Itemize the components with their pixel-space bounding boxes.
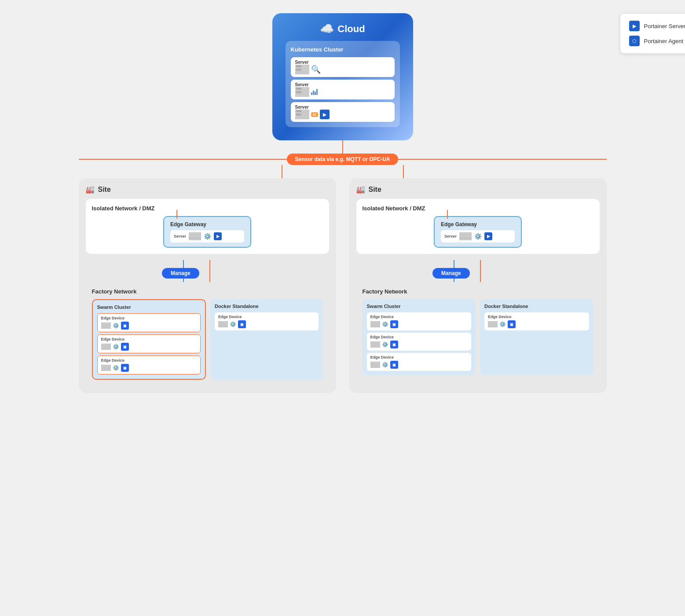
- factory-clusters-row-2: Swarm Cluster Edge Device ⚙️ ▣: [363, 299, 593, 375]
- device-chip-2-3: ▣: [390, 361, 398, 369]
- svg-rect-13: [296, 114, 301, 116]
- portainer-server-legend-icon: ▶: [629, 21, 640, 31]
- device-icons-docker-1: ⚙️ ▣: [218, 320, 315, 328]
- edge-gateway-2: Edge Gateway Server ⚙️ ▶: [434, 216, 522, 248]
- device-gear-2-3: ⚙️: [382, 362, 388, 368]
- svg-rect-17: [189, 238, 201, 240]
- docker-title-1: Docker Standalone: [215, 304, 319, 309]
- svg-rect-8: [296, 92, 301, 93]
- svg-rect-3: [296, 69, 301, 71]
- svg-rect-18: [101, 323, 111, 325]
- device-gear-2-2: ⚙️: [382, 341, 388, 348]
- gw-portainer-icon-1: ▶: [214, 232, 222, 240]
- edge-device-1-2: Edge Device ⚙️ ▣: [97, 334, 201, 353]
- rack-icon-3: [295, 110, 309, 119]
- svg-rect-4: [295, 72, 309, 74]
- svg-rect-42: [488, 321, 498, 323]
- device-icons-1-3: ⚙️ ▣: [101, 364, 197, 372]
- device-icons-2-1: ⚙️ ▣: [370, 320, 468, 328]
- isolated-box-1: Isolated Network / DMZ Edge Gateway Serv…: [86, 199, 329, 254]
- factory-box-2: Factory Network Swarm Cluster Edge Devic…: [356, 282, 600, 381]
- device-chip-1-1: ▣: [121, 322, 129, 330]
- server-icons-2: [295, 87, 390, 97]
- svg-rect-16: [189, 235, 201, 238]
- sensor-badge: Sensor data via e.g. MQTT or OPC-UA: [287, 154, 398, 165]
- docker-gear-1: ⚙️: [230, 321, 236, 327]
- edge-gateway-title-1: Edge Gateway: [170, 221, 244, 227]
- factory-box-1: Factory Network Swarm Cluster Edge Devic…: [86, 282, 329, 386]
- docker-chip-1: ▣: [238, 320, 246, 328]
- svg-rect-6: [296, 88, 301, 90]
- site-2-title: 🏭 Site: [356, 185, 600, 194]
- isolated-title-1: Isolated Network / DMZ: [92, 205, 323, 212]
- svg-rect-30: [459, 232, 472, 235]
- edge-device-2-1: Edge Device ⚙️ ▣: [367, 312, 472, 330]
- device-rack-2-3: [370, 362, 380, 368]
- docker-gear-2: ⚙️: [499, 321, 506, 327]
- manage-btn-2[interactable]: Manage: [432, 268, 470, 279]
- edge-device-1-1: Edge Device ⚙️ ▣: [97, 313, 201, 332]
- svg-rect-39: [370, 362, 380, 364]
- factory-icon-1: 🏭: [86, 185, 95, 194]
- server-card-3: Server AI ▶: [291, 102, 395, 122]
- site-1: 🏭 Site Isolated Network / DMZ Edge Gatew…: [79, 178, 336, 393]
- gw-rack-icon-2: [459, 232, 472, 240]
- portainer-agent-legend-icon: ⬡: [629, 36, 640, 46]
- chart-icon: [311, 89, 318, 95]
- swarm-cluster-2: Swarm Cluster Edge Device ⚙️ ▣: [363, 299, 476, 375]
- svg-rect-35: [370, 326, 380, 327]
- k8s-title: Kubernetes Cluster: [291, 46, 395, 53]
- device-icons-1-2: ⚙️ ▣: [101, 343, 197, 351]
- svg-rect-44: [488, 326, 498, 327]
- manage-btn-1[interactable]: Manage: [162, 268, 199, 279]
- svg-rect-36: [370, 341, 380, 344]
- legend-item-server: ▶ Portainer Server: [629, 21, 685, 31]
- docker-chip-2: ▣: [508, 320, 516, 328]
- docker-rack-2: [488, 321, 498, 327]
- swarm-title-1: Swarm Cluster: [97, 304, 201, 310]
- device-rack-1-1: [101, 323, 111, 329]
- device-gear-1-2: ⚙️: [113, 344, 119, 350]
- rack-icon-1: [295, 65, 309, 74]
- legend-item-agent: ⬡ Portainer Agent: [629, 36, 685, 46]
- swarm-title-2: Swarm Cluster: [367, 304, 472, 309]
- diagram-container: ☁️ Cloud Kubernetes Cluster Server: [79, 13, 607, 393]
- svg-rect-26: [101, 370, 111, 371]
- swarm-cluster-1: Swarm Cluster Edge Device ⚙️ ▣: [92, 299, 206, 380]
- svg-rect-19: [101, 325, 111, 327]
- svg-rect-38: [370, 346, 380, 348]
- device-gear-1-1: ⚙️: [113, 323, 119, 329]
- isolated-box-2: Isolated Network / DMZ Edge Gateway Serv…: [356, 199, 600, 254]
- gw-rack-icon-1: [189, 232, 201, 240]
- server-card-2: Server: [291, 80, 395, 99]
- svg-rect-25: [101, 367, 111, 369]
- cloud-title: ☁️ Cloud: [286, 22, 400, 36]
- k8s-cluster-box: Kubernetes Cluster Server: [286, 41, 400, 127]
- edge-device-docker-1: Edge Device ⚙️ ▣: [215, 312, 319, 330]
- docker-rack-1: [218, 321, 228, 327]
- svg-rect-33: [370, 321, 380, 323]
- device-chip-1-2: ▣: [121, 343, 129, 351]
- factory-title-2: Factory Network: [363, 288, 593, 295]
- edge-gateway-server-1: Server ⚙️ ▶: [170, 230, 244, 242]
- cloud-label: Cloud: [337, 23, 365, 35]
- cloud-box: ☁️ Cloud Kubernetes Cluster Server: [272, 13, 413, 140]
- svg-rect-31: [459, 235, 472, 238]
- svg-rect-14: [295, 117, 309, 119]
- docker-standalone-1: Docker Standalone Edge Device ⚙️ ▣: [210, 299, 323, 380]
- gw-gear-icon-1: ⚙️: [204, 233, 211, 240]
- svg-rect-20: [101, 327, 111, 329]
- site-2: 🏭 Site Isolated Network / DMZ Edge Gatew…: [349, 178, 607, 393]
- svg-rect-9: [295, 94, 309, 97]
- docker-standalone-2: Docker Standalone Edge Device ⚙️ ▣: [480, 299, 593, 375]
- svg-rect-34: [370, 324, 380, 326]
- legend-box: ▶ Portainer Server ⬡ Portainer Agent: [620, 13, 685, 54]
- gw-gear-icon-2: ⚙️: [474, 233, 482, 240]
- edge-gateway-server-2: Server ⚙️ ▶: [441, 230, 515, 242]
- svg-rect-43: [488, 324, 498, 326]
- svg-rect-29: [218, 326, 228, 327]
- device-chip-2-1: ▣: [390, 320, 398, 328]
- device-icons-1-1: ⚙️ ▣: [101, 322, 197, 330]
- device-gear-2-1: ⚙️: [382, 321, 388, 327]
- svg-rect-22: [101, 346, 111, 348]
